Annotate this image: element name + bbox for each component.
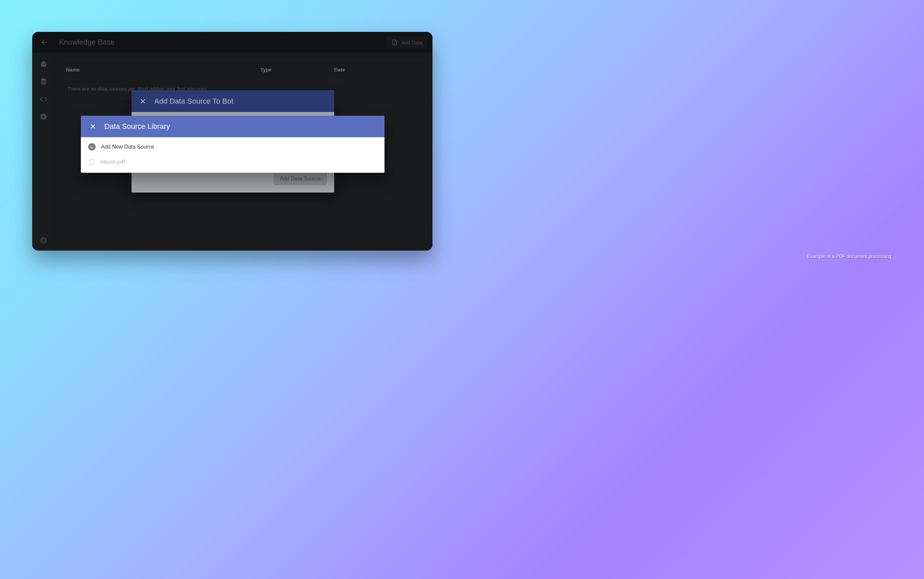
close-icon <box>139 98 146 105</box>
add-data-source-modal-title: Add Data Source To Bot <box>154 97 234 106</box>
close-icon <box>90 123 96 130</box>
add-data-source-modal-header: Add Data Source To Bot <box>131 90 334 112</box>
list-item-label: bitcoin.pdf <box>100 159 125 165</box>
add-new-data-source-item[interactable]: + Add New Data Source <box>81 139 384 155</box>
data-source-file-item[interactable]: bitcoin.pdf <box>81 155 384 169</box>
caption-text: Example of a PDF document processing <box>807 254 891 259</box>
close-add-data-source-modal-button[interactable] <box>139 97 147 105</box>
data-source-library-modal: Data Source Library + Add New Data Sourc… <box>81 116 384 173</box>
list-item-label: Add New Data Source <box>101 144 154 150</box>
close-data-source-library-button[interactable] <box>89 123 97 131</box>
plus-icon: + <box>88 143 96 150</box>
add-data-source-submit-button[interactable]: Add Data Source <box>274 172 327 185</box>
data-source-list: + Add New Data Source bitcoin.pdf <box>81 137 384 173</box>
data-source-library-header: Data Source Library <box>81 116 384 137</box>
data-source-library-title: Data Source Library <box>104 122 170 131</box>
sync-icon <box>88 159 95 165</box>
add-data-source-submit-label: Add Data Source <box>280 176 321 182</box>
